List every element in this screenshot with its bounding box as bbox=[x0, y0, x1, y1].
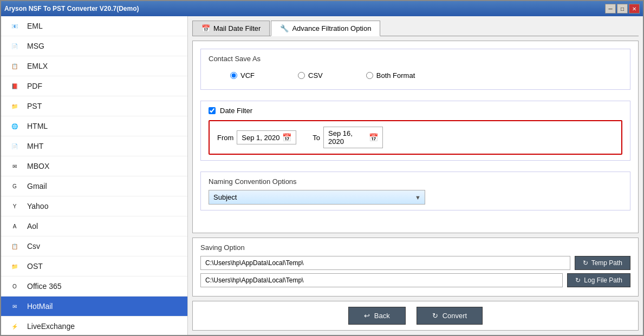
pst-label: PST bbox=[27, 102, 42, 110]
tab-mail-date-filter-label: Mail Date Filter bbox=[213, 24, 261, 32]
radio-csv-label[interactable]: CSV bbox=[308, 71, 323, 80]
bottom-bar: ↩ Back ↻ Convert bbox=[192, 301, 639, 331]
sidebar-item-aol[interactable]: AAol bbox=[1, 216, 187, 236]
contact-save-as-label: Contact Save As bbox=[209, 55, 622, 63]
temp-path-button[interactable]: ↻ Temp Path bbox=[575, 256, 630, 270]
ost-label: OST bbox=[27, 262, 43, 271]
pdf-label: PDF bbox=[27, 82, 42, 90]
to-calendar-icon[interactable]: 📅 bbox=[369, 133, 378, 142]
liveexchange-icon: ⚡ bbox=[8, 320, 22, 332]
mht-icon: 📄 bbox=[8, 140, 22, 152]
sidebar-item-msg[interactable]: 📄MSG bbox=[1, 36, 187, 56]
back-button[interactable]: ↩ Back bbox=[348, 307, 406, 325]
date-filter-section: Date Filter From Sep 1, 2020 📅 To bbox=[200, 101, 630, 161]
radio-both: Both Format bbox=[366, 71, 415, 80]
maximize-button[interactable]: □ bbox=[617, 4, 628, 14]
sidebar-item-csv[interactable]: 📋Csv bbox=[1, 236, 187, 256]
convert-button[interactable]: ↻ Convert bbox=[417, 307, 483, 325]
radio-both-input[interactable] bbox=[366, 72, 373, 79]
log-path-button[interactable]: ↻ Log File Path bbox=[567, 273, 630, 287]
msg-label: MSG bbox=[27, 42, 44, 50]
sidebar-item-mbox[interactable]: ✉MBOX bbox=[1, 156, 187, 176]
sidebar: 📧EML📄MSG📋EMLX📕PDF📁PST🌐HTML📄MHT✉MBOXGGmai… bbox=[1, 16, 188, 335]
pdf-icon: 📕 bbox=[8, 80, 22, 92]
sidebar-item-liveexchange[interactable]: ⚡LiveExchange bbox=[1, 317, 187, 335]
contact-save-as-section: Contact Save As VCFCSVBoth Format bbox=[200, 49, 630, 90]
to-date-field: To Sep 16, 2020 📅 bbox=[313, 127, 383, 148]
temp-path-input[interactable] bbox=[200, 256, 570, 270]
mht-label: MHT bbox=[27, 142, 43, 150]
saving-option-section: Saving Option ↻ Temp Path ↻ Log File Pat… bbox=[192, 238, 639, 297]
sidebar-item-html[interactable]: 🌐HTML bbox=[1, 116, 187, 136]
sidebar-item-office365[interactable]: OOffice 365 bbox=[1, 276, 187, 297]
sidebar-item-emlx[interactable]: 📋EMLX bbox=[1, 56, 187, 76]
radio-both-label[interactable]: Both Format bbox=[376, 71, 415, 80]
sidebar-item-pdf[interactable]: 📕PDF bbox=[1, 76, 187, 96]
sidebar-item-pst[interactable]: 📁PST bbox=[1, 96, 187, 116]
tabs-container: 📅Mail Date Filter🔧Advance Filtration Opt… bbox=[192, 21, 639, 36]
naming-convention-section: Naming Convention Options SubjectDateFro… bbox=[200, 172, 630, 210]
to-date-input[interactable]: Sep 16, 2020 📅 bbox=[323, 127, 383, 148]
mbox-label: MBOX bbox=[27, 162, 49, 170]
yahoo-label: Yahoo bbox=[27, 202, 48, 210]
from-date-field: From Sep 1, 2020 📅 bbox=[217, 130, 296, 144]
office365-icon: O bbox=[8, 280, 22, 292]
naming-select-wrapper: SubjectDateFromToCC bbox=[209, 190, 425, 205]
sidebar-item-mht[interactable]: 📄MHT bbox=[1, 136, 187, 156]
sidebar-item-hotmail[interactable]: ✉HotMail bbox=[1, 297, 187, 317]
radio-csv-input[interactable] bbox=[298, 72, 305, 79]
liveexchange-label: LiveExchange bbox=[27, 322, 75, 331]
hotmail-label: HotMail bbox=[27, 302, 53, 311]
from-label: From bbox=[217, 134, 233, 142]
contact-radio-group: VCFCSVBoth Format bbox=[209, 67, 622, 84]
date-range-box: From Sep 1, 2020 📅 To Sep 16, 2020 📅 bbox=[209, 120, 622, 155]
naming-convention-select[interactable]: SubjectDateFromToCC bbox=[209, 190, 425, 205]
tab-advance-filtration-icon: 🔧 bbox=[280, 24, 289, 32]
date-filter-label[interactable]: Date Filter bbox=[220, 107, 252, 115]
log-path-row: ↻ Log File Path bbox=[200, 273, 630, 287]
from-date-input[interactable]: Sep 1, 2020 📅 bbox=[237, 130, 296, 144]
yahoo-icon: Y bbox=[8, 200, 22, 212]
tab-advance-filtration-label: Advance Filtration Option bbox=[292, 24, 371, 32]
from-calendar-icon[interactable]: 📅 bbox=[282, 133, 291, 142]
tab-advance-filtration[interactable]: 🔧Advance Filtration Option bbox=[271, 21, 380, 36]
close-button[interactable]: ✕ bbox=[629, 4, 640, 14]
window-title: Aryson NSF To PST Converter V20.7(Demo) bbox=[4, 5, 139, 12]
naming-convention-label: Naming Convention Options bbox=[209, 177, 622, 186]
eml-icon: 📧 bbox=[8, 20, 22, 32]
tab-mail-date-filter-icon: 📅 bbox=[201, 24, 210, 32]
aol-label: Aol bbox=[27, 222, 38, 230]
log-path-btn-label: Log File Path bbox=[584, 276, 622, 284]
emlx-icon: 📋 bbox=[8, 60, 22, 72]
ost-icon: 📁 bbox=[8, 260, 22, 272]
hotmail-icon: ✉ bbox=[8, 300, 22, 312]
right-panel: 📅Mail Date Filter🔧Advance Filtration Opt… bbox=[188, 16, 643, 335]
radio-vcf-input[interactable] bbox=[230, 72, 237, 79]
sidebar-item-gmail[interactable]: GGmail bbox=[1, 176, 187, 196]
sidebar-item-yahoo[interactable]: YYahoo bbox=[1, 196, 187, 216]
title-bar-buttons: ─ □ ✕ bbox=[605, 4, 640, 14]
saving-option-label: Saving Option bbox=[200, 243, 630, 252]
gmail-icon: G bbox=[8, 180, 22, 192]
title-bar: Aryson NSF To PST Converter V20.7(Demo) … bbox=[1, 1, 643, 16]
temp-path-btn-label: Temp Path bbox=[591, 259, 622, 267]
msg-icon: 📄 bbox=[8, 40, 22, 52]
content-area: Contact Save As VCFCSVBoth Format Date F… bbox=[192, 41, 639, 233]
html-label: HTML bbox=[27, 122, 48, 130]
html-icon: 🌐 bbox=[8, 120, 22, 132]
temp-path-btn-icon: ↻ bbox=[583, 259, 588, 267]
sidebar-item-ost[interactable]: 📁OST bbox=[1, 256, 187, 276]
sidebar-item-eml[interactable]: 📧EML bbox=[1, 16, 187, 36]
temp-path-row: ↻ Temp Path bbox=[200, 256, 630, 270]
radio-csv: CSV bbox=[298, 71, 323, 80]
minimize-button[interactable]: ─ bbox=[605, 4, 616, 14]
log-path-btn-icon: ↻ bbox=[575, 276, 581, 284]
back-label: Back bbox=[374, 312, 390, 320]
mbox-icon: ✉ bbox=[8, 160, 22, 172]
emlx-label: EMLX bbox=[27, 62, 48, 70]
tab-mail-date-filter[interactable]: 📅Mail Date Filter bbox=[192, 21, 270, 36]
log-path-input[interactable] bbox=[200, 273, 563, 287]
date-filter-checkbox[interactable] bbox=[209, 107, 216, 114]
eml-label: EML bbox=[27, 22, 43, 30]
radio-vcf-label[interactable]: VCF bbox=[240, 71, 255, 80]
